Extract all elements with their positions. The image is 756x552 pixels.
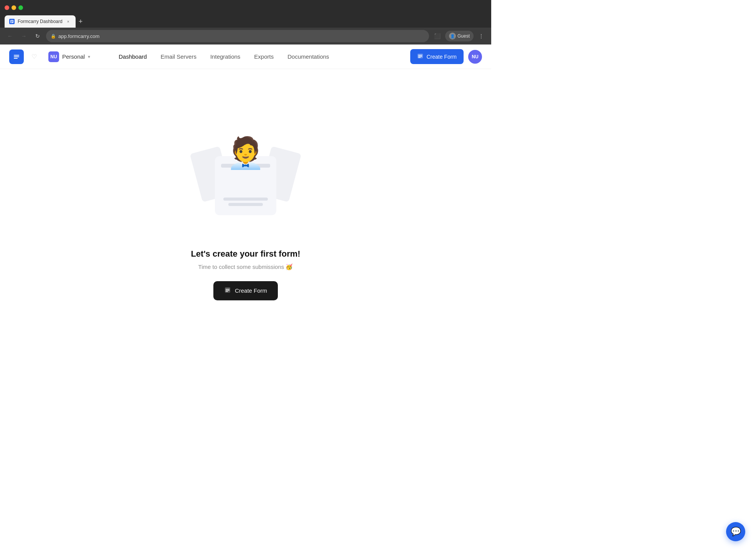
- empty-subtitle: Time to collect some submissions 🥳: [191, 264, 300, 270]
- reload-button[interactable]: ↻: [32, 31, 43, 41]
- guest-label: Guest: [457, 33, 470, 39]
- emoji-character: 🧑‍💼: [226, 138, 265, 168]
- close-button[interactable]: [5, 5, 9, 10]
- minimize-button[interactable]: [12, 5, 16, 10]
- workspace-avatar: NU: [48, 51, 59, 62]
- empty-title: Let's create your first form!: [191, 249, 300, 259]
- svg-rect-5: [14, 56, 19, 57]
- create-form-main-label: Create Form: [235, 287, 267, 294]
- tab-bar: Formcarry Dashboard × +: [0, 15, 491, 28]
- guest-button[interactable]: 👤 Guest: [445, 31, 474, 41]
- user-initials: NU: [472, 54, 478, 59]
- navbar: ♡ NU Personal ▾ Dashboard Email Servers …: [0, 44, 491, 69]
- nav-link-integrations[interactable]: Integrations: [204, 50, 246, 63]
- address-bar[interactable]: 🔒 app.formcarry.com: [46, 30, 429, 42]
- user-avatar-button[interactable]: NU: [468, 50, 482, 64]
- svg-rect-4: [14, 55, 19, 56]
- create-form-main-icon: [224, 287, 231, 295]
- doc-line-2: [228, 203, 263, 206]
- svg-rect-6: [14, 58, 18, 59]
- main-content: 🧑‍💼 Let's create your first form! Time t…: [0, 69, 491, 357]
- illustration-container: 🧑‍💼: [188, 126, 303, 234]
- new-tab-button[interactable]: +: [76, 15, 86, 28]
- create-form-nav-icon: [417, 53, 423, 60]
- guest-avatar: 👤: [449, 33, 456, 40]
- nav-link-email-servers[interactable]: Email Servers: [155, 50, 203, 63]
- extensions-button[interactable]: ⬛: [432, 31, 443, 41]
- create-form-nav-button[interactable]: Create Form: [410, 49, 464, 64]
- workspace-name: Personal: [62, 53, 85, 60]
- tab-favicon: [9, 19, 15, 24]
- app-content: ♡ NU Personal ▾ Dashboard Email Servers …: [0, 44, 491, 357]
- browser-actions: ⬛ 👤 Guest ⋮: [432, 31, 487, 41]
- traffic-lights: [5, 5, 23, 10]
- create-form-nav-label: Create Form: [426, 54, 457, 60]
- tab-close-icon[interactable]: ×: [66, 19, 71, 24]
- browser-tab[interactable]: Formcarry Dashboard ×: [5, 15, 76, 28]
- tab-title: Formcarry Dashboard: [18, 19, 63, 24]
- more-options-button[interactable]: ⋮: [476, 31, 487, 41]
- nav-link-exports[interactable]: Exports: [248, 50, 280, 63]
- chevron-down-icon: ▾: [88, 54, 90, 59]
- forward-button[interactable]: →: [18, 31, 29, 41]
- nav-right: Create Form NU: [410, 49, 482, 64]
- nav-link-documentations[interactable]: Documentations: [281, 50, 335, 63]
- lock-icon: 🔒: [51, 34, 56, 39]
- favorite-icon[interactable]: ♡: [31, 53, 37, 60]
- browser-titlebar: [0, 0, 491, 15]
- browser-chrome: Formcarry Dashboard × + ← → ↻ 🔒 app.form…: [0, 0, 491, 44]
- create-form-main-button[interactable]: Create Form: [213, 281, 278, 300]
- empty-state: Let's create your first form! Time to co…: [191, 249, 300, 300]
- nav-link-dashboard[interactable]: Dashboard: [112, 50, 153, 63]
- logo-button[interactable]: [9, 49, 24, 64]
- workspace-initials: NU: [50, 54, 57, 59]
- address-text: app.formcarry.com: [58, 33, 99, 39]
- maximize-button[interactable]: [18, 5, 23, 10]
- browser-toolbar: ← → ↻ 🔒 app.formcarry.com ⬛ 👤 Guest ⋮: [0, 28, 491, 44]
- svg-rect-11: [225, 287, 230, 293]
- doc-line-1: [223, 198, 267, 201]
- workspace-selector[interactable]: NU Personal ▾: [45, 49, 94, 64]
- back-button[interactable]: ←: [5, 31, 15, 41]
- nav-links: Dashboard Email Servers Integrations Exp…: [112, 50, 404, 63]
